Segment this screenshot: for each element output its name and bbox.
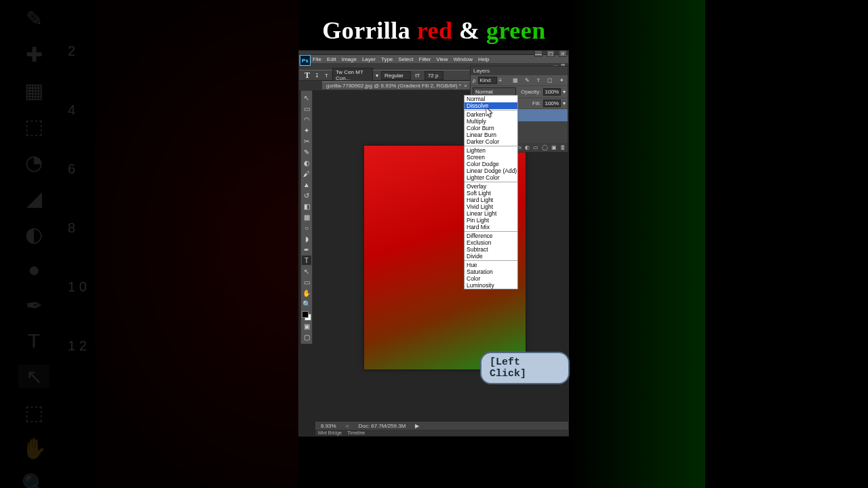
action-hint-pill: [Left Click] [480, 352, 570, 384]
window-close-button[interactable]: × [559, 50, 567, 57]
menu-select[interactable]: Select [398, 56, 413, 62]
blend-mode-option[interactable]: Vivid Light [465, 203, 517, 210]
magic-wand-tool-icon[interactable]: ✦ [302, 125, 311, 135]
blend-mode-option[interactable]: Linear Dodge (Add) [465, 167, 517, 174]
menu-type[interactable]: Type [381, 56, 393, 62]
play-icon[interactable]: ▶ [415, 423, 419, 429]
blend-mode-dropdown[interactable]: NormalDissolveDarkenMultiplyColor BurnLi… [464, 95, 518, 289]
blend-mode-option[interactable]: Subtract [465, 246, 517, 253]
blend-mode-option[interactable]: Color [465, 275, 517, 282]
screen-mode-icon[interactable]: ▢ [302, 332, 311, 342]
fill-dropdown-icon[interactable]: ▾ [563, 100, 566, 106]
opacity-input[interactable]: 100% [543, 88, 561, 96]
pen-tool-icon[interactable]: ✒ [302, 245, 311, 254]
hand-tool-icon[interactable]: ✋ [302, 288, 311, 298]
blend-mode-option[interactable]: Color Dodge [465, 161, 517, 167]
trash-icon[interactable]: 🗑 [560, 144, 566, 150]
blend-mode-option[interactable]: Multiply [465, 118, 517, 125]
doc-size-label: Doc: 67.7M/259.3M [359, 423, 406, 429]
font-toggle-icon[interactable]: T [323, 73, 330, 79]
type-tool-icon[interactable]: T [302, 256, 311, 265]
dodge-tool-icon[interactable]: ◗ [302, 234, 311, 243]
blend-mode-option[interactable]: Overlay [465, 183, 517, 190]
menu-filter[interactable]: Filter [419, 56, 431, 62]
photoshop-logo: Ps [300, 55, 311, 66]
menu-file[interactable]: File [313, 56, 321, 62]
fill-input[interactable]: 100% [543, 100, 561, 107]
orientation-icon[interactable]: ↧ [313, 73, 321, 79]
filter-shape-icon[interactable]: ▢ [546, 77, 554, 83]
blur-tool-icon[interactable]: ○ [302, 223, 311, 232]
font-size-select[interactable]: 72 p [425, 71, 443, 80]
blend-mode-option[interactable]: Hard Light [465, 197, 517, 203]
zoom-slider-icon[interactable]: ○ [346, 423, 349, 429]
blend-mode-option[interactable]: Linear Light [465, 210, 517, 217]
kind-filter-icon[interactable]: ≡ [499, 77, 502, 83]
new-layer-icon[interactable]: ▣ [551, 144, 557, 150]
menu-help[interactable]: Help [478, 56, 489, 62]
filter-type-icon[interactable]: T [534, 77, 542, 83]
gradient-tool-icon[interactable]: ▦ [302, 212, 311, 222]
marquee-tool-icon[interactable]: ▭ [302, 104, 311, 113]
blend-mode-option[interactable]: Soft Light [465, 190, 517, 197]
opacity-dropdown-icon[interactable]: ▾ [563, 89, 566, 95]
blend-mode-option[interactable]: Linear Burn [465, 131, 517, 138]
blend-mode-option[interactable]: Screen [465, 154, 517, 161]
window-maximize-button[interactable]: □ [547, 50, 555, 57]
history-brush-tool-icon[interactable]: ↺ [302, 190, 311, 200]
filter-adjust-icon[interactable]: ✎ [523, 77, 531, 83]
tab-mini-bridge[interactable]: Mini Bridge [318, 430, 342, 435]
filter-smart-icon[interactable]: ✦ [557, 77, 566, 83]
menu-bar: File Edit Image Layer Type Select Filter… [299, 55, 568, 63]
blend-mode-option[interactable]: Saturation [465, 268, 517, 275]
path-select-tool-icon[interactable]: ↖ [302, 266, 311, 276]
blend-mode-option[interactable]: Exclusion [465, 239, 517, 246]
layers-panel-title[interactable]: Layers [471, 66, 568, 75]
shape-tool-icon[interactable]: ▭ [302, 277, 311, 287]
menu-window[interactable]: Window [454, 56, 473, 62]
tab-timeline[interactable]: Timeline [347, 430, 365, 435]
cursor-icon [486, 108, 494, 119]
menu-image[interactable]: Image [342, 56, 357, 62]
tools-panel: ↖ ▭ ◠ ✦ ✂ ✎ ◐ 🖌 ▲ ↺ ◧ ▦ ○ ◗ ✒ T ↖ ▭ ✋ 🔍 [300, 90, 313, 344]
menu-view[interactable]: View [436, 56, 448, 62]
bottom-panel-tabs: Mini Bridge Timeline [315, 430, 568, 436]
blend-mode-option[interactable]: Hue [465, 262, 517, 268]
window-minimize-button[interactable]: — [534, 50, 542, 57]
blend-mode-option[interactable]: Difference [465, 232, 517, 239]
blend-mode-option[interactable]: Darker Color [465, 138, 517, 145]
blend-mode-option[interactable]: Hard Mix [465, 224, 517, 230]
lasso-tool-icon[interactable]: ◠ [302, 115, 311, 124]
status-bar: 8.93% ○ Doc: 67.7M/259.3M ▶ [315, 421, 568, 430]
crop-tool-icon[interactable]: ✂ [302, 136, 311, 146]
font-weight-select[interactable]: Regular [381, 71, 411, 80]
blend-mode-option[interactable]: Normal [465, 96, 517, 102]
eyedropper-tool-icon[interactable]: ✎ [302, 147, 311, 157]
blend-mode-option[interactable]: Lighten [465, 147, 517, 154]
filter-pixel-icon[interactable]: ▦ [511, 77, 519, 83]
kind-filter-select[interactable]: Kind [478, 77, 497, 84]
fill-adjust-icon[interactable]: ▭ [533, 144, 538, 150]
close-tab-icon[interactable]: × [464, 83, 467, 89]
blend-mode-option[interactable]: Lighter Color [465, 174, 517, 181]
blend-mode-option[interactable]: Divide [465, 253, 517, 260]
document-tab[interactable]: gorilla-7780902.jpg @ 8.93% (Gradient Fi… [322, 81, 471, 89]
zoom-level[interactable]: 8.93% [321, 423, 336, 429]
menu-edit[interactable]: Edit [327, 56, 336, 62]
blend-mode-option[interactable]: Color Burn [465, 125, 517, 131]
move-tool-icon[interactable]: ↖ [302, 93, 311, 102]
blend-mode-option[interactable]: Luminosity [465, 282, 517, 289]
brush-tool-icon[interactable]: 🖌 [302, 169, 311, 178]
filter-kind-label: ρ [473, 77, 476, 83]
stamp-tool-icon[interactable]: ▲ [302, 180, 311, 189]
menu-layer[interactable]: Layer [362, 56, 376, 62]
group-icon[interactable]: ◯ [542, 144, 548, 150]
mask-icon[interactable]: ◐ [525, 144, 530, 150]
quick-mask-icon[interactable]: ▣ [302, 321, 311, 331]
spot-heal-tool-icon[interactable]: ◐ [302, 158, 311, 167]
eraser-tool-icon[interactable]: ◧ [302, 201, 311, 211]
blend-mode-option[interactable]: Pin Light [465, 217, 517, 224]
color-swatch[interactable] [302, 311, 311, 321]
zoom-tool-icon[interactable]: 🔍 [302, 299, 311, 308]
font-family-select[interactable]: Tw Cen MT Con... [332, 68, 373, 83]
